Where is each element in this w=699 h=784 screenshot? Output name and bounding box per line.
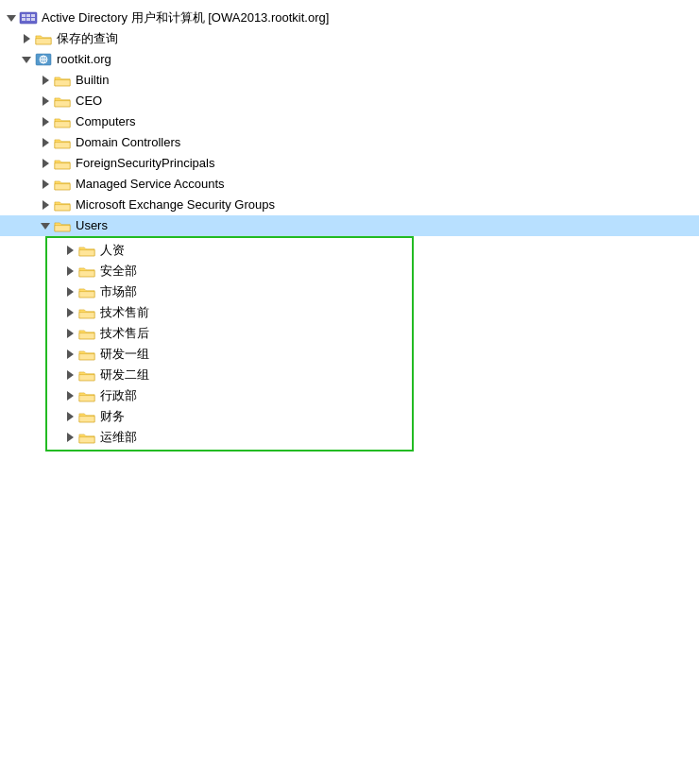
folder-icon xyxy=(77,430,96,445)
tech-aftersales-label: 技术售后 xyxy=(100,323,149,344)
ceo-label: CEO xyxy=(76,91,102,111)
folder-icon xyxy=(34,31,53,46)
tech-presales-expand[interactable] xyxy=(62,305,77,320)
domain-controllers-item[interactable]: Domain Controllers xyxy=(0,132,699,153)
tech-presales-label: 技术售前 xyxy=(100,302,149,323)
ceo-item[interactable]: CEO xyxy=(0,91,699,111)
saved-queries-label: 保存的查询 xyxy=(57,28,118,49)
ops-dept-item[interactable]: 运维部 xyxy=(47,427,412,448)
market-dept-expand[interactable] xyxy=(62,284,77,299)
root-item[interactable]: Active Directory 用户和计算机 [OWA2013.rootkit… xyxy=(0,8,699,28)
rd-group1-label: 研发一组 xyxy=(100,344,149,365)
users-label: Users xyxy=(76,215,108,236)
svg-rect-5 xyxy=(26,18,30,21)
ms-exchange-expand[interactable] xyxy=(38,197,53,213)
admin-dept-label: 行政部 xyxy=(100,385,137,406)
builtin-item[interactable]: Builtin xyxy=(0,70,699,91)
tech-aftersales-item[interactable]: 技术售后 xyxy=(47,323,412,344)
computers-item[interactable]: Computers xyxy=(0,111,699,132)
domain-icon xyxy=(34,52,53,67)
users-children-box: 人资 安全部 xyxy=(45,236,414,452)
ms-exchange-item[interactable]: Microsoft Exchange Security Groups xyxy=(0,195,699,215)
svg-rect-6 xyxy=(31,18,35,21)
svg-rect-2 xyxy=(26,14,30,17)
computers-label: Computers xyxy=(76,111,136,132)
rootkit-expand[interactable] xyxy=(19,52,34,67)
folder-icon xyxy=(53,114,72,129)
rootkit-org-item[interactable]: rootkit.org xyxy=(0,49,699,70)
folder-icon xyxy=(53,73,72,88)
managed-service-label: Managed Service Accounts xyxy=(76,174,225,195)
folder-icon xyxy=(77,326,96,341)
security-dept-label: 安全部 xyxy=(100,261,137,281)
folder-icon xyxy=(53,135,72,150)
finance-item[interactable]: 财务 xyxy=(47,406,412,427)
market-dept-item[interactable]: 市场部 xyxy=(47,281,412,302)
domain-controllers-label: Domain Controllers xyxy=(76,132,180,153)
ops-dept-label: 运维部 xyxy=(100,427,137,448)
foreign-security-item[interactable]: ForeignSecurityPrincipals xyxy=(0,153,699,174)
finance-label: 财务 xyxy=(100,406,125,427)
rd-group2-expand[interactable] xyxy=(62,367,77,383)
folder-icon xyxy=(77,264,96,279)
root-expand[interactable] xyxy=(4,10,19,26)
rd-group2-label: 研发二组 xyxy=(100,365,149,385)
folder-icon xyxy=(77,388,96,403)
ms-exchange-label: Microsoft Exchange Security Groups xyxy=(76,195,275,215)
managed-service-item[interactable]: Managed Service Accounts xyxy=(0,174,699,195)
tech-aftersales-expand[interactable] xyxy=(62,326,77,341)
computers-expand[interactable] xyxy=(38,114,53,129)
finance-expand[interactable] xyxy=(62,409,77,424)
admin-dept-item[interactable]: 行政部 xyxy=(47,385,412,406)
ops-dept-expand[interactable] xyxy=(62,430,77,445)
folder-icon xyxy=(53,218,72,233)
hr-item[interactable]: 人资 xyxy=(47,240,412,261)
folder-icon xyxy=(77,243,96,258)
security-dept-expand[interactable] xyxy=(62,264,77,279)
users-expand[interactable] xyxy=(38,218,53,233)
ad-icon xyxy=(19,10,38,26)
foreign-security-expand[interactable] xyxy=(38,156,53,171)
svg-rect-3 xyxy=(31,14,35,17)
tech-presales-item[interactable]: 技术售前 xyxy=(47,302,412,323)
saved-queries-item[interactable]: 保存的查询 xyxy=(0,28,699,49)
folder-icon xyxy=(77,305,96,320)
rd-group1-expand[interactable] xyxy=(62,347,77,362)
folder-icon xyxy=(77,284,96,299)
folder-icon xyxy=(77,347,96,362)
hr-expand[interactable] xyxy=(62,243,77,258)
folder-icon xyxy=(77,409,96,424)
admin-dept-expand[interactable] xyxy=(62,388,77,403)
svg-rect-1 xyxy=(22,14,26,17)
domain-controllers-expand[interactable] xyxy=(38,135,53,150)
folder-icon xyxy=(53,94,72,109)
svg-rect-4 xyxy=(22,18,26,21)
rd-group2-item[interactable]: 研发二组 xyxy=(47,365,412,385)
foreign-security-label: ForeignSecurityPrincipals xyxy=(76,153,214,174)
root-label: Active Directory 用户和计算机 [OWA2013.rootkit… xyxy=(42,8,329,28)
rd-group1-item[interactable]: 研发一组 xyxy=(47,344,412,365)
folder-icon xyxy=(53,197,72,213)
security-dept-item[interactable]: 安全部 xyxy=(47,261,412,281)
market-dept-label: 市场部 xyxy=(100,281,137,302)
folder-icon xyxy=(53,177,72,192)
ceo-expand[interactable] xyxy=(38,94,53,109)
builtin-expand[interactable] xyxy=(38,73,53,88)
builtin-label: Builtin xyxy=(76,70,109,91)
folder-icon xyxy=(53,156,72,171)
saved-queries-expand[interactable] xyxy=(19,31,34,46)
rootkit-org-label: rootkit.org xyxy=(57,49,111,70)
hr-label: 人资 xyxy=(100,240,125,261)
managed-service-expand[interactable] xyxy=(38,177,53,192)
folder-icon xyxy=(77,367,96,383)
tree-container: Active Directory 用户和计算机 [OWA2013.rootkit… xyxy=(0,0,699,459)
users-item[interactable]: Users xyxy=(0,215,699,236)
